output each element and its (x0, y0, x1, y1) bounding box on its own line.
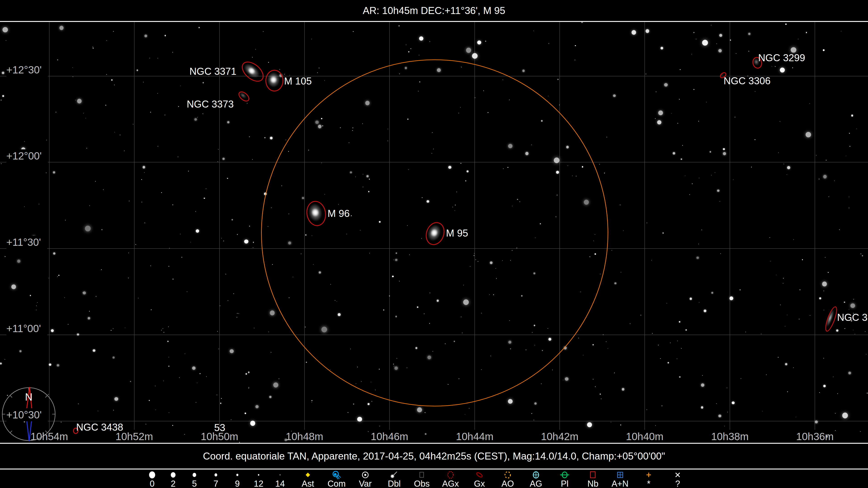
star-mag-5-icon (188, 470, 201, 480)
star (120, 135, 121, 135)
star (145, 223, 145, 223)
star (227, 178, 228, 179)
toolbar-item-nb[interactable]: Nb (581, 470, 605, 488)
ra-grid-line (134, 22, 134, 430)
unknown-object-icon (671, 470, 684, 480)
ra-axis-label: 10h46m (371, 430, 408, 443)
star (93, 48, 94, 48)
galaxy-marker-m105[interactable] (266, 70, 283, 92)
star (677, 359, 677, 359)
star (173, 279, 174, 280)
star (268, 332, 269, 332)
star (255, 405, 258, 408)
star (198, 27, 200, 28)
star (196, 402, 196, 403)
star (129, 201, 129, 201)
skychart-app: { "title_bar": { "text": "AR: 10h45m DEC… (0, 0, 868, 488)
star (111, 79, 113, 80)
star (56, 112, 56, 112)
star (24, 141, 25, 142)
toolbar-item-agx[interactable]: AGx (438, 470, 463, 488)
star (698, 121, 699, 122)
toolbar-item-12[interactable]: 12 (246, 470, 271, 488)
star (785, 363, 787, 365)
star (825, 257, 826, 258)
toolbar-item-7[interactable]: 7 (204, 470, 228, 488)
bottom-toolbar: 025791214AstComVarDblObsAGxGxAOAGPlNbA+N… (0, 470, 868, 488)
star (575, 45, 576, 46)
star (306, 362, 307, 363)
star (133, 124, 133, 125)
toolbar-item-pl[interactable]: Pl (552, 470, 577, 488)
star (718, 415, 721, 417)
toolbar-item-var[interactable]: Var (353, 470, 378, 488)
star (155, 410, 156, 410)
star (702, 40, 708, 46)
toolbar-item-label: 9 (235, 480, 240, 488)
star (660, 358, 661, 359)
star (155, 386, 156, 386)
star (575, 60, 575, 60)
toolbar-item-[interactable]: * (636, 470, 661, 488)
star (114, 397, 118, 401)
star (164, 35, 166, 36)
toolbar-item-[interactable]: ? (665, 470, 690, 488)
star (195, 211, 196, 212)
star (368, 403, 370, 405)
star (114, 132, 115, 133)
star (681, 158, 682, 160)
star (151, 309, 152, 310)
star (679, 321, 680, 323)
toolbar-item-14[interactable]: 14 (268, 470, 292, 488)
star (263, 31, 264, 32)
star (430, 41, 430, 42)
star (658, 345, 659, 346)
star (849, 309, 849, 310)
cluster-nebula-icon (614, 470, 626, 480)
star (249, 226, 250, 227)
star (270, 311, 275, 315)
star (173, 204, 173, 205)
star (732, 401, 735, 404)
title-bar: AR: 10h45m DEC:+11°36', M 95 (0, 0, 868, 22)
star (406, 44, 406, 45)
toolbar-item-com[interactable]: Com (324, 470, 349, 488)
toolbar-item-obs[interactable]: Obs (409, 470, 434, 488)
star (741, 378, 741, 379)
star (425, 433, 427, 435)
star (248, 371, 250, 373)
star (844, 328, 845, 329)
asteroid-icon (302, 470, 314, 480)
star (835, 430, 836, 431)
star (696, 39, 696, 39)
toolbar-item-dbl[interactable]: Dbl (382, 470, 407, 488)
toolbar-item-5[interactable]: 5 (182, 470, 207, 488)
star (599, 164, 600, 165)
star (656, 92, 656, 92)
toolbar-item-label: Gx (474, 480, 485, 488)
star (727, 388, 727, 388)
star (157, 93, 158, 94)
star (162, 328, 163, 329)
observatory-frame-icon (415, 470, 428, 480)
star (730, 296, 733, 300)
toolbar-item-ao[interactable]: AO (495, 470, 520, 488)
star (785, 326, 785, 327)
star (835, 413, 836, 414)
star (849, 207, 849, 208)
galaxy-cluster-icon (444, 470, 457, 480)
star (849, 197, 849, 197)
toolbar-item-ast[interactable]: Ast (296, 470, 320, 488)
sky-chart[interactable]: NENGC 3371M 105NGC 3373NGC 3299NGC 3306M… (0, 22, 868, 443)
star (1, 100, 2, 101)
toolbar-item-ag[interactable]: AG (524, 470, 548, 488)
ra-axis-label: 10h40m (626, 430, 663, 443)
toolbar-item-an[interactable]: A+N (608, 470, 632, 488)
star (237, 317, 237, 318)
star (65, 220, 66, 221)
toolbar-item-gx[interactable]: Gx (467, 470, 492, 488)
star (719, 201, 720, 202)
star (866, 354, 867, 355)
star (860, 431, 861, 432)
star (775, 66, 776, 67)
